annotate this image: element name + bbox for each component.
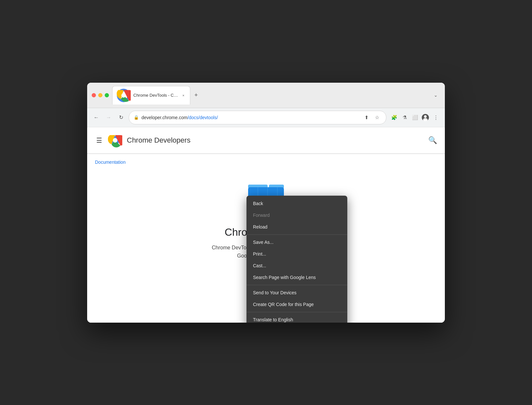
tab-menu-button[interactable]: ⌄ [431, 91, 440, 99]
context-menu-item-translate[interactable]: Translate to English [246, 314, 347, 323]
context-menu-divider-1 [246, 234, 347, 235]
back-button[interactable]: ← [92, 113, 101, 122]
new-tab-button[interactable]: + [192, 91, 201, 100]
site-header: ☰ Chrome Developers 🔍 [87, 127, 445, 154]
url-domain: developer.chrome.com [141, 115, 188, 120]
context-menu-divider-2 [246, 285, 347, 285]
browser-tab[interactable]: Chrome DevTools - Chrome De… × [112, 86, 190, 105]
tab-close-button[interactable]: × [181, 93, 186, 98]
svg-point-4 [424, 115, 427, 118]
extensions-icon[interactable]: 🧩 [390, 113, 399, 122]
share-icon[interactable]: ⬆ [362, 113, 371, 122]
traffic-lights [92, 93, 109, 97]
toolbar-icons: 🧩 ⚗ ⬜ ⋮ [390, 113, 440, 122]
svg-point-2 [121, 93, 126, 98]
context-menu: Back Forward Reload Save As... Print... … [246, 196, 347, 323]
svg-point-8 [113, 138, 117, 143]
reading-list-icon[interactable]: ⬜ [410, 113, 419, 122]
chrome-logo-icon [108, 133, 122, 147]
lock-icon: 🔒 [134, 115, 139, 120]
site-name: Chrome Developers [127, 136, 191, 145]
url-actions: ⬆ ☆ [362, 113, 381, 122]
context-menu-item-forward: Forward [246, 209, 347, 221]
url-input[interactable]: 🔒 developer.chrome.com/docs/devtools/ ⬆ … [129, 111, 386, 124]
context-menu-item-qr-code[interactable]: Create QR Code for this Page [246, 299, 347, 310]
context-menu-item-google-lens[interactable]: Search Page with Google Lens [246, 272, 347, 283]
context-menu-item-print[interactable]: Print... [246, 248, 347, 260]
title-bar: Chrome DevTools - Chrome De… × + ⌄ [87, 83, 445, 108]
bookmark-icon[interactable]: ☆ [372, 113, 381, 122]
more-menu-icon[interactable]: ⋮ [431, 113, 440, 122]
context-menu-divider-3 [246, 312, 347, 312]
tab-title: Chrome DevTools - Chrome De… [133, 93, 178, 98]
profile-icon[interactable] [421, 113, 430, 122]
context-menu-item-back[interactable]: Back [246, 198, 347, 209]
context-menu-item-send-to-devices[interactable]: Send to Your Devices [246, 287, 347, 299]
experiments-icon[interactable]: ⚗ [400, 113, 409, 122]
maximize-window-button[interactable] [105, 93, 109, 97]
close-window-button[interactable] [92, 93, 96, 97]
breadcrumb: Documentation [87, 154, 445, 168]
context-menu-item-reload[interactable]: Reload [246, 221, 347, 233]
url-path: /docs/devtools/ [188, 115, 218, 120]
forward-button: → [104, 113, 113, 122]
minimize-window-button[interactable] [98, 93, 102, 97]
context-menu-item-cast[interactable]: Cast... [246, 260, 347, 272]
page-content: ☰ Chrome Developers 🔍 Documentation [87, 127, 445, 323]
tab-favicon-icon [116, 88, 131, 103]
context-menu-item-save-as[interactable]: Save As... [246, 236, 347, 248]
breadcrumb-link[interactable]: Documentation [95, 160, 126, 165]
reload-button[interactable]: ↻ [116, 113, 126, 122]
browser-window: Chrome DevTools - Chrome De… × + ⌄ ← → ↻… [87, 83, 445, 323]
search-button[interactable]: 🔍 [428, 136, 437, 145]
hamburger-menu-button[interactable]: ☰ [95, 135, 103, 146]
url-text: developer.chrome.com/docs/devtools/ [141, 115, 359, 120]
address-bar: ← → ↻ 🔒 developer.chrome.com/docs/devtoo… [87, 108, 445, 127]
tab-strip: Chrome DevTools - Chrome De… × + ⌄ [112, 86, 440, 105]
